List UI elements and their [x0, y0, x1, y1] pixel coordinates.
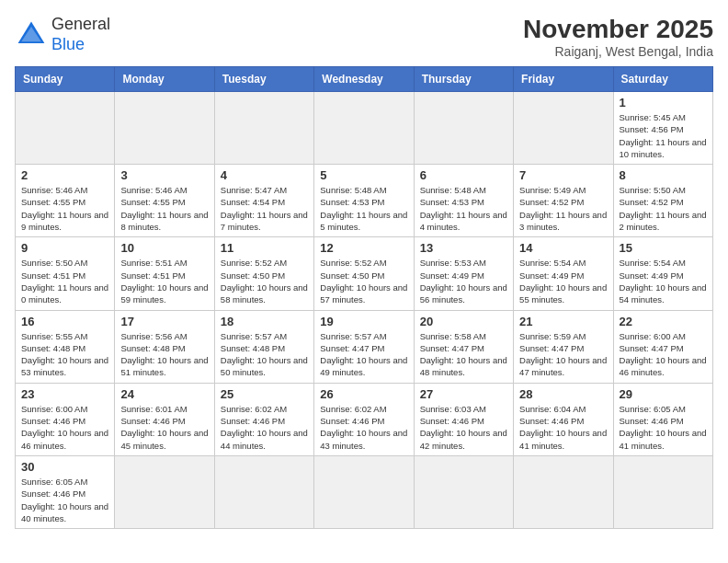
- table-row: 25Sunrise: 6:02 AM Sunset: 4:46 PM Dayli…: [214, 383, 313, 455]
- logo-icon: [15, 18, 48, 52]
- table-row: 13Sunrise: 5:53 AM Sunset: 4:49 PM Dayli…: [414, 237, 513, 310]
- day-number: 2: [21, 168, 108, 182]
- header-friday: Friday: [514, 67, 613, 92]
- table-row: 16Sunrise: 5:55 AM Sunset: 4:48 PM Dayli…: [16, 310, 115, 383]
- table-row: [514, 92, 613, 165]
- table-row: [115, 92, 214, 165]
- day-info: Sunrise: 6:03 AM Sunset: 4:46 PM Dayligh…: [420, 403, 507, 452]
- day-info: Sunrise: 5:55 AM Sunset: 4:48 PM Dayligh…: [21, 330, 108, 379]
- table-row: 30Sunrise: 6:05 AM Sunset: 4:46 PM Dayli…: [16, 455, 115, 528]
- day-number: 22: [620, 315, 707, 328]
- table-row: 29Sunrise: 6:05 AM Sunset: 4:46 PM Dayli…: [613, 383, 712, 455]
- day-number: 28: [519, 387, 607, 401]
- table-row: 10Sunrise: 5:51 AM Sunset: 4:51 PM Dayli…: [115, 237, 214, 310]
- day-number: 6: [420, 168, 507, 182]
- weekday-header-row: Sunday Monday Tuesday Wednesday Thursday…: [16, 67, 713, 92]
- day-number: 20: [420, 315, 507, 328]
- day-info: Sunrise: 5:50 AM Sunset: 4:51 PM Dayligh…: [21, 257, 108, 305]
- day-info: Sunrise: 5:52 AM Sunset: 4:50 PM Dayligh…: [320, 257, 407, 305]
- page-header: General Blue November 2025 Raiganj, West…: [15, 15, 713, 59]
- table-row: 11Sunrise: 5:52 AM Sunset: 4:50 PM Dayli…: [214, 237, 313, 310]
- day-info: Sunrise: 5:58 AM Sunset: 4:47 PM Dayligh…: [420, 330, 507, 379]
- table-row: 3Sunrise: 5:46 AM Sunset: 4:55 PM Daylig…: [115, 165, 214, 237]
- table-row: 28Sunrise: 6:04 AM Sunset: 4:46 PM Dayli…: [514, 383, 613, 455]
- day-info: Sunrise: 5:51 AM Sunset: 4:51 PM Dayligh…: [120, 257, 208, 305]
- day-info: Sunrise: 5:54 AM Sunset: 4:49 PM Dayligh…: [519, 257, 607, 305]
- day-info: Sunrise: 5:56 AM Sunset: 4:48 PM Dayligh…: [120, 330, 208, 379]
- day-number: 16: [21, 315, 108, 328]
- logo-blue: Blue: [51, 35, 85, 53]
- header-monday: Monday: [115, 67, 214, 92]
- table-row: [414, 455, 513, 528]
- header-saturday: Saturday: [613, 67, 712, 92]
- table-row: 7Sunrise: 5:49 AM Sunset: 4:52 PM Daylig…: [514, 165, 613, 237]
- table-row: 21Sunrise: 5:59 AM Sunset: 4:47 PM Dayli…: [514, 310, 613, 383]
- table-row: 15Sunrise: 5:54 AM Sunset: 4:49 PM Dayli…: [613, 237, 712, 310]
- day-info: Sunrise: 5:46 AM Sunset: 4:55 PM Dayligh…: [21, 184, 108, 233]
- day-number: 25: [221, 387, 308, 401]
- header-wednesday: Wednesday: [314, 67, 414, 92]
- table-row: 20Sunrise: 5:58 AM Sunset: 4:47 PM Dayli…: [414, 310, 513, 383]
- day-info: Sunrise: 5:49 AM Sunset: 4:52 PM Dayligh…: [519, 184, 607, 233]
- day-info: Sunrise: 5:59 AM Sunset: 4:47 PM Dayligh…: [519, 330, 607, 379]
- table-row: [314, 455, 414, 528]
- day-info: Sunrise: 6:00 AM Sunset: 4:46 PM Dayligh…: [21, 403, 108, 452]
- logo: General Blue: [15, 15, 110, 54]
- day-number: 30: [21, 460, 108, 474]
- table-row: [16, 92, 115, 165]
- table-row: 5Sunrise: 5:48 AM Sunset: 4:53 PM Daylig…: [314, 165, 414, 237]
- day-number: 5: [320, 168, 407, 182]
- table-row: 19Sunrise: 5:57 AM Sunset: 4:47 PM Dayli…: [314, 310, 414, 383]
- location: Raiganj, West Bengal, India: [523, 44, 713, 59]
- day-info: Sunrise: 5:45 AM Sunset: 4:56 PM Dayligh…: [620, 111, 707, 160]
- day-number: 12: [320, 241, 407, 255]
- table-row: 1Sunrise: 5:45 AM Sunset: 4:56 PM Daylig…: [613, 92, 712, 165]
- day-number: 24: [120, 387, 208, 401]
- day-info: Sunrise: 6:02 AM Sunset: 4:46 PM Dayligh…: [221, 403, 308, 452]
- day-number: 29: [620, 387, 707, 401]
- day-number: 1: [620, 96, 707, 109]
- table-row: 22Sunrise: 6:00 AM Sunset: 4:47 PM Dayli…: [613, 310, 712, 383]
- table-row: 14Sunrise: 5:54 AM Sunset: 4:49 PM Dayli…: [514, 237, 613, 310]
- table-row: 8Sunrise: 5:50 AM Sunset: 4:52 PM Daylig…: [613, 165, 712, 237]
- day-number: 14: [519, 241, 607, 255]
- header-sunday: Sunday: [16, 67, 115, 92]
- day-number: 10: [120, 241, 208, 255]
- day-number: 4: [221, 168, 308, 182]
- table-row: [414, 92, 513, 165]
- day-number: 18: [221, 315, 308, 328]
- table-row: 24Sunrise: 6:01 AM Sunset: 4:46 PM Dayli…: [115, 383, 214, 455]
- table-row: 2Sunrise: 5:46 AM Sunset: 4:55 PM Daylig…: [16, 165, 115, 237]
- day-number: 27: [420, 387, 507, 401]
- day-number: 19: [320, 315, 407, 328]
- table-row: [214, 455, 313, 528]
- day-info: Sunrise: 6:02 AM Sunset: 4:46 PM Dayligh…: [320, 403, 407, 452]
- table-row: 23Sunrise: 6:00 AM Sunset: 4:46 PM Dayli…: [16, 383, 115, 455]
- day-number: 11: [221, 241, 308, 255]
- table-row: 4Sunrise: 5:47 AM Sunset: 4:54 PM Daylig…: [214, 165, 313, 237]
- day-number: 23: [21, 387, 108, 401]
- table-row: 12Sunrise: 5:52 AM Sunset: 4:50 PM Dayli…: [314, 237, 414, 310]
- table-row: 9Sunrise: 5:50 AM Sunset: 4:51 PM Daylig…: [16, 237, 115, 310]
- table-row: 27Sunrise: 6:03 AM Sunset: 4:46 PM Dayli…: [414, 383, 513, 455]
- day-info: Sunrise: 5:53 AM Sunset: 4:49 PM Dayligh…: [420, 257, 507, 305]
- table-row: [115, 455, 214, 528]
- day-info: Sunrise: 5:46 AM Sunset: 4:55 PM Dayligh…: [120, 184, 208, 233]
- day-info: Sunrise: 5:48 AM Sunset: 4:53 PM Dayligh…: [420, 184, 507, 233]
- table-row: [613, 455, 712, 528]
- day-info: Sunrise: 6:00 AM Sunset: 4:47 PM Dayligh…: [620, 330, 707, 379]
- table-row: 6Sunrise: 5:48 AM Sunset: 4:53 PM Daylig…: [414, 165, 513, 237]
- day-info: Sunrise: 5:52 AM Sunset: 4:50 PM Dayligh…: [221, 257, 308, 305]
- day-info: Sunrise: 5:54 AM Sunset: 4:49 PM Dayligh…: [620, 257, 707, 305]
- day-number: 15: [620, 241, 707, 255]
- day-info: Sunrise: 6:05 AM Sunset: 4:46 PM Dayligh…: [21, 476, 108, 524]
- table-row: [314, 92, 414, 165]
- day-number: 26: [320, 387, 407, 401]
- day-info: Sunrise: 6:05 AM Sunset: 4:46 PM Dayligh…: [620, 403, 707, 452]
- table-row: 18Sunrise: 5:57 AM Sunset: 4:48 PM Dayli…: [214, 310, 313, 383]
- logo-general: General: [51, 15, 110, 33]
- table-row: 17Sunrise: 5:56 AM Sunset: 4:48 PM Dayli…: [115, 310, 214, 383]
- day-info: Sunrise: 5:57 AM Sunset: 4:48 PM Dayligh…: [221, 330, 308, 379]
- day-info: Sunrise: 5:50 AM Sunset: 4:52 PM Dayligh…: [620, 184, 707, 233]
- day-number: 8: [620, 168, 707, 182]
